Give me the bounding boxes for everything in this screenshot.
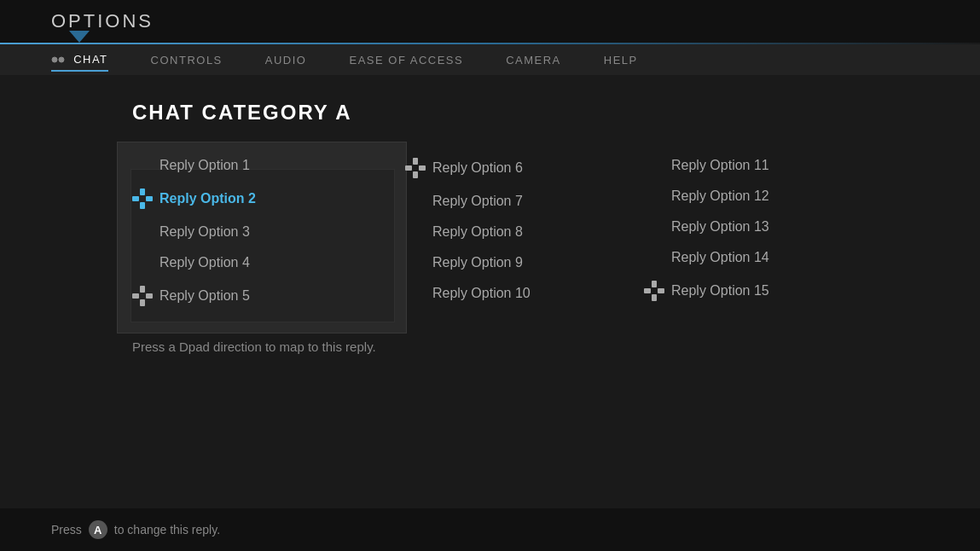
column-1-wrapper: Reply Option 1 Reply Option 2 Reply bbox=[132, 150, 405, 314]
press-label: Press bbox=[51, 523, 82, 536]
svg-point-1 bbox=[59, 57, 64, 62]
tab-help[interactable]: HELP bbox=[604, 50, 638, 70]
svg-rect-11 bbox=[413, 171, 418, 178]
dpad-icon bbox=[405, 158, 426, 178]
list-item[interactable]: Reply Option 2 bbox=[132, 181, 405, 217]
svg-rect-16 bbox=[644, 288, 651, 293]
dpad-icon bbox=[132, 188, 153, 209]
svg-rect-10 bbox=[413, 158, 418, 165]
option-11-label: Reply Option 11 bbox=[671, 158, 769, 173]
list-item[interactable]: Reply Option 1 bbox=[132, 150, 405, 181]
page-title: OPTIONS bbox=[51, 10, 154, 32]
svg-rect-6 bbox=[140, 286, 145, 293]
list-item[interactable]: Reply Option 12 bbox=[644, 181, 857, 212]
nav-tabs: CHAT CONTROLS AUDIO EASE OF ACCESS CAMER… bbox=[0, 44, 980, 75]
list-item[interactable]: Reply Option 9 bbox=[405, 247, 644, 278]
svg-rect-15 bbox=[652, 294, 657, 301]
tab-camera-label: CAMERA bbox=[506, 54, 561, 67]
list-item[interactable]: Reply Option 7 bbox=[405, 186, 644, 217]
category-title: CHAT CATEGORY A bbox=[132, 101, 848, 125]
svg-rect-4 bbox=[132, 196, 139, 201]
svg-rect-3 bbox=[140, 202, 145, 209]
action-label: to change this reply. bbox=[114, 523, 220, 536]
a-button: A bbox=[89, 520, 107, 539]
tab-ease-label: EASE OF ACCESS bbox=[349, 54, 463, 67]
option-8-label: Reply Option 8 bbox=[432, 224, 523, 240]
svg-point-0 bbox=[52, 57, 57, 62]
option-2-label: Reply Option 2 bbox=[159, 191, 256, 206]
list-item[interactable]: Reply Option 14 bbox=[644, 242, 857, 273]
svg-rect-5 bbox=[146, 196, 153, 201]
list-item[interactable]: Reply Option 4 bbox=[132, 247, 405, 278]
list-item[interactable]: Reply Option 15 bbox=[644, 273, 857, 309]
option-6-label: Reply Option 6 bbox=[432, 160, 523, 176]
dpad-icon bbox=[644, 281, 664, 301]
option-15-label: Reply Option 15 bbox=[671, 283, 769, 299]
option-14-label: Reply Option 14 bbox=[671, 250, 769, 265]
tab-help-label: HELP bbox=[604, 54, 638, 67]
option-5-label: Reply Option 5 bbox=[159, 288, 250, 304]
tab-camera[interactable]: CAMERA bbox=[506, 50, 561, 70]
svg-rect-12 bbox=[405, 165, 412, 171]
svg-rect-14 bbox=[652, 281, 657, 287]
tab-ease-of-access[interactable]: EASE OF ACCESS bbox=[349, 50, 463, 70]
svg-rect-8 bbox=[132, 293, 139, 299]
option-13-label: Reply Option 13 bbox=[671, 219, 769, 235]
bottom-bar: Press A to change this reply. bbox=[0, 508, 980, 551]
tab-audio-label: AUDIO bbox=[265, 54, 307, 67]
list-item[interactable]: Reply Option 10 bbox=[405, 278, 644, 309]
dpad-icon bbox=[132, 286, 153, 306]
tab-audio[interactable]: AUDIO bbox=[265, 50, 307, 70]
column-3: Reply Option 11 Reply Option 12 Reply Op… bbox=[644, 150, 857, 314]
top-bar: OPTIONS bbox=[0, 0, 980, 43]
option-7-label: Reply Option 7 bbox=[432, 194, 523, 209]
column-2: Reply Option 6 Reply Option 7 Reply Opti… bbox=[405, 150, 644, 314]
option-12-label: Reply Option 12 bbox=[671, 188, 769, 204]
instruction-text: Press a Dpad direction to map to this re… bbox=[132, 339, 848, 354]
svg-rect-9 bbox=[146, 293, 153, 299]
option-3-label: Reply Option 3 bbox=[159, 224, 250, 240]
tab-controls-label: CONTROLS bbox=[151, 54, 223, 67]
list-item[interactable]: Reply Option 5 bbox=[132, 278, 405, 314]
option-4-label: Reply Option 4 bbox=[159, 255, 250, 270]
list-item[interactable]: Reply Option 3 bbox=[132, 217, 405, 247]
list-item[interactable]: Reply Option 8 bbox=[405, 217, 644, 247]
options-container: Reply Option 1 Reply Option 2 Reply bbox=[132, 150, 848, 314]
list-item[interactable]: Reply Option 6 bbox=[405, 150, 644, 186]
option-1-label: Reply Option 1 bbox=[159, 158, 250, 173]
tab-controls[interactable]: CONTROLS bbox=[151, 50, 223, 70]
tab-chat-label: CHAT bbox=[73, 53, 107, 66]
column-1: Reply Option 1 Reply Option 2 Reply bbox=[132, 150, 405, 314]
option-9-label: Reply Option 9 bbox=[432, 255, 523, 270]
main-content: CHAT CATEGORY A Reply Option 1 bbox=[0, 75, 980, 380]
option-10-label: Reply Option 10 bbox=[432, 286, 531, 301]
svg-rect-13 bbox=[419, 165, 426, 171]
list-item[interactable]: Reply Option 11 bbox=[644, 150, 857, 181]
svg-rect-7 bbox=[140, 299, 145, 306]
tab-chat[interactable]: CHAT bbox=[51, 49, 108, 71]
svg-rect-2 bbox=[140, 188, 145, 195]
svg-rect-17 bbox=[658, 288, 664, 293]
list-item[interactable]: Reply Option 13 bbox=[644, 212, 857, 242]
